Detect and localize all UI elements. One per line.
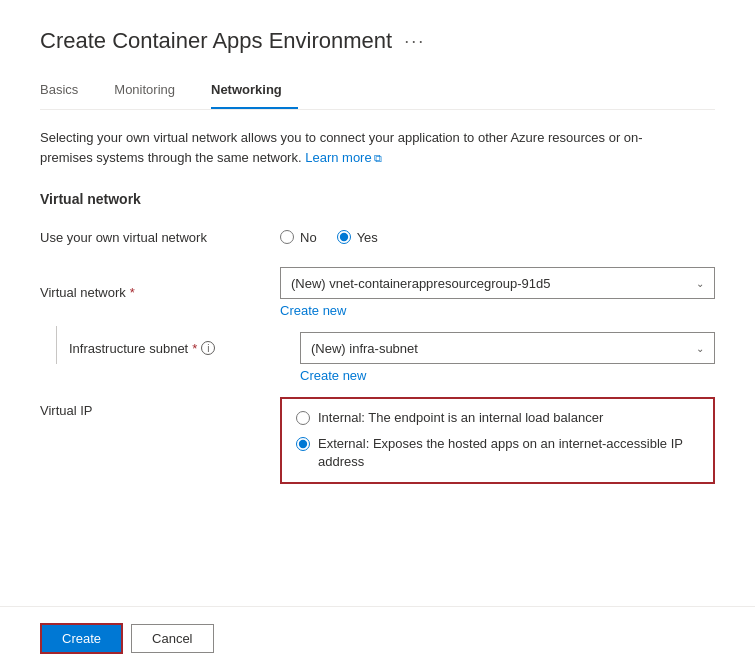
virtual-network-select-wrapper: (New) vnet-containerappresourcegroup-91d…: [280, 267, 715, 318]
infrastructure-subnet-select[interactable]: (New) infra-subnet ⌄: [300, 332, 715, 364]
virtual-network-create-new[interactable]: Create new: [280, 303, 715, 318]
virtual-network-label: Virtual network: [40, 285, 126, 300]
description-text: Selecting your own virtual network allow…: [40, 128, 660, 167]
virtual-ip-external-text: External: Exposes the hosted apps on an …: [318, 435, 699, 471]
infrastructure-subnet-required: *: [192, 341, 197, 356]
footer: Create Cancel: [0, 606, 755, 670]
use-own-vnet-row: Use your own virtual network No Yes: [40, 221, 715, 253]
page-title: Create Container Apps Environment: [40, 28, 392, 54]
tab-basics[interactable]: Basics: [40, 74, 94, 109]
virtual-network-select[interactable]: (New) vnet-containerappresourcegroup-91d…: [280, 267, 715, 299]
use-own-vnet-yes-radio[interactable]: [337, 230, 351, 244]
virtual-ip-external-radio[interactable]: [296, 437, 310, 451]
virtual-network-section-title: Virtual network: [40, 191, 715, 207]
virtual-ip-row: Virtual IP Internal: The endpoint is an …: [40, 397, 715, 484]
virtual-ip-external-option[interactable]: External: Exposes the hosted apps on an …: [296, 435, 699, 471]
use-own-vnet-no-option[interactable]: No: [280, 230, 317, 245]
learn-more-link[interactable]: Learn more⧉: [305, 150, 381, 165]
subnet-indent: Infrastructure subnet * i: [40, 332, 280, 364]
infrastructure-subnet-value: (New) infra-subnet: [311, 341, 418, 356]
virtual-ip-label: Virtual IP: [40, 403, 93, 418]
tab-networking[interactable]: Networking: [211, 74, 298, 109]
virtual-ip-box: Internal: The endpoint is an internal lo…: [280, 397, 715, 484]
use-own-vnet-no-label: No: [300, 230, 317, 245]
use-own-vnet-label: Use your own virtual network: [40, 230, 207, 245]
virtual-ip-internal-text: Internal: The endpoint is an internal lo…: [318, 409, 603, 427]
more-options-icon[interactable]: ···: [404, 31, 425, 52]
infrastructure-subnet-label: Infrastructure subnet: [69, 341, 188, 356]
use-own-vnet-yes-label: Yes: [357, 230, 378, 245]
use-own-vnet-yes-option[interactable]: Yes: [337, 230, 378, 245]
virtual-ip-internal-option[interactable]: Internal: The endpoint is an internal lo…: [296, 409, 699, 427]
virtual-network-required: *: [130, 285, 135, 300]
tab-monitoring[interactable]: Monitoring: [114, 74, 191, 109]
tab-bar: Basics Monitoring Networking: [40, 74, 715, 110]
infrastructure-subnet-create-new[interactable]: Create new: [300, 368, 715, 383]
virtual-network-value: (New) vnet-containerappresourcegroup-91d…: [291, 276, 550, 291]
subnet-indent-line: [56, 326, 57, 364]
chevron-down-icon-2: ⌄: [696, 343, 704, 354]
cancel-button[interactable]: Cancel: [131, 624, 213, 653]
external-link-icon: ⧉: [374, 150, 382, 167]
use-own-vnet-no-radio[interactable]: [280, 230, 294, 244]
use-own-vnet-radio-group: No Yes: [280, 230, 715, 245]
virtual-ip-internal-radio[interactable]: [296, 411, 310, 425]
info-icon[interactable]: i: [201, 341, 215, 355]
infrastructure-subnet-row: Infrastructure subnet * i (New) infra-su…: [40, 332, 715, 383]
chevron-down-icon: ⌄: [696, 278, 704, 289]
infrastructure-subnet-select-wrapper: (New) infra-subnet ⌄ Create new: [300, 332, 715, 383]
create-button[interactable]: Create: [40, 623, 123, 654]
virtual-network-row: Virtual network * (New) vnet-containerap…: [40, 267, 715, 318]
